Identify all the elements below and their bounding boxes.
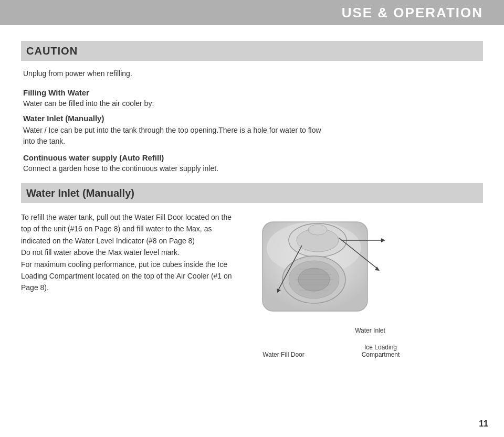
water-inlet-label: Water Inlet <box>346 327 394 334</box>
lower-section: To refill the water tank, pull out the W… <box>21 211 483 358</box>
water-inlet-manual-text: Water / Ice can be put into the tank thr… <box>21 125 326 147</box>
water-inlet-section-title: Water Inlet (Manually) <box>26 187 134 199</box>
header-title: USE & OPERATION <box>342 5 483 21</box>
page-number: 11 <box>479 419 488 429</box>
continuous-supply-title: Continuous water supply (Auto Refill) <box>21 153 483 162</box>
filling-intro-text: Water can be filled into the air cooler … <box>21 99 483 108</box>
water-inlet-manual-title: Water Inlet (Manually) <box>21 114 483 123</box>
continuous-supply-text: Connect a garden hose to the continuous … <box>21 164 483 173</box>
water-inlet-section-bar: Water Inlet (Manually) <box>21 183 483 203</box>
water-inlet-description: To refill the water tank, pull out the W… <box>21 211 242 294</box>
ice-loading-label: Ice LoadingCompartment <box>352 344 410 358</box>
water-inlet-description-text: To refill the water tank, pull out the W… <box>21 213 232 292</box>
caution-title: CAUTION <box>26 45 78 57</box>
svg-point-12 <box>308 225 327 235</box>
caution-unplug-text: Unplug from power when refilling. <box>21 69 483 78</box>
water-fill-door-label: Water Fill Door <box>257 351 310 358</box>
cooler-image-area: Water Fill Door Water Inlet Ice LoadingC… <box>257 211 415 358</box>
header-bar: USE & OPERATION <box>0 0 504 25</box>
svg-marker-18 <box>381 238 385 242</box>
filling-with-water-title: Filling With Water <box>21 88 483 97</box>
caution-bar: CAUTION <box>21 41 483 61</box>
main-content: CAUTION Unplug from power when refilling… <box>0 25 504 369</box>
cooler-illustration <box>257 211 410 327</box>
